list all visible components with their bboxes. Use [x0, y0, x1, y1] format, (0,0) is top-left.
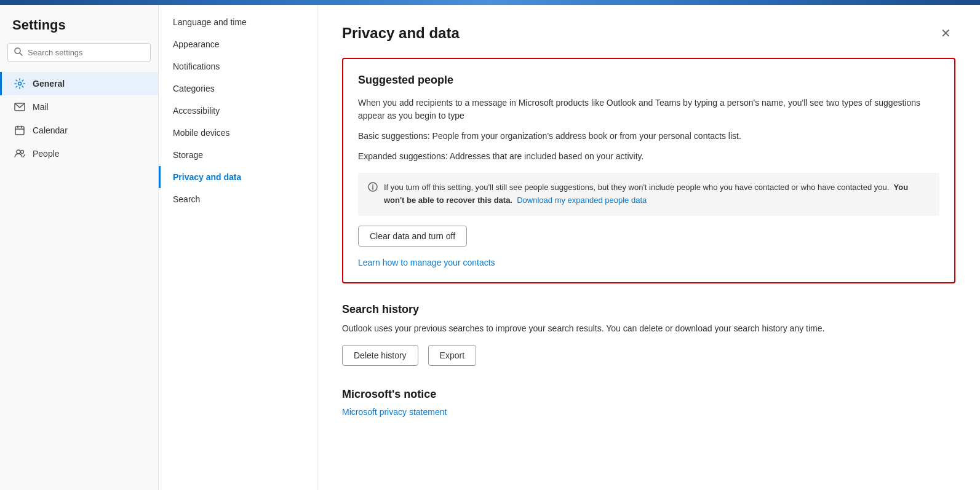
sub-nav: Language and time Appearance Notificatio… [159, 5, 317, 490]
learn-contacts-link[interactable]: Learn how to manage your contacts [358, 258, 495, 267]
page-title: Privacy and data [342, 25, 460, 42]
svg-point-12 [372, 184, 373, 186]
sidebar-item-people-label: People [33, 149, 60, 159]
download-expanded-data-link[interactable]: Download my expanded people data [517, 196, 647, 205]
search-box[interactable] [7, 43, 151, 62]
suggested-people-desc1: When you add recipients to a message in … [358, 97, 939, 122]
sidebar: Settings General [0, 5, 159, 490]
sidebar-title: Settings [0, 17, 158, 43]
mail-icon [14, 101, 25, 113]
svg-point-8 [17, 150, 20, 154]
suggested-people-desc3: Expanded suggestions: Addresses that are… [358, 150, 939, 163]
people-icon [14, 148, 25, 159]
privacy-statement-link[interactable]: Microsoft privacy statement [342, 407, 447, 417]
close-button[interactable]: ✕ [936, 23, 955, 43]
sidebar-item-general[interactable]: General [0, 72, 158, 95]
calendar-icon [14, 125, 25, 136]
subnav-categories[interactable]: Categories [159, 77, 317, 100]
subnav-mobile[interactable]: Mobile devices [159, 122, 317, 144]
subnav-accessibility[interactable]: Accessibility [159, 100, 317, 122]
microsoft-notice-title: Microsoft's notice [342, 388, 955, 401]
svg-rect-4 [15, 127, 24, 135]
microsoft-notice-section: Microsoft's notice Microsoft privacy sta… [342, 388, 955, 417]
export-button[interactable]: Export [428, 345, 476, 366]
main-content: Privacy and data ✕ Suggested people When… [317, 5, 980, 490]
app-container: Settings General [0, 0, 980, 490]
suggested-people-desc2: Basic suggestions: People from your orga… [358, 130, 939, 143]
sidebar-item-calendar-label: Calendar [33, 125, 68, 135]
subnav-notifications[interactable]: Notifications [159, 55, 317, 77]
search-icon [14, 47, 23, 58]
sidebar-item-mail[interactable]: Mail [0, 95, 158, 119]
sidebar-item-general-label: General [33, 79, 65, 89]
info-icon [368, 182, 378, 194]
sidebar-item-calendar[interactable]: Calendar [0, 119, 158, 142]
search-history-buttons: Delete history Export [342, 345, 955, 368]
suggested-people-title: Suggested people [358, 74, 939, 87]
sidebar-item-people[interactable]: People [0, 142, 158, 165]
search-history-section: Search history Outlook uses your previou… [342, 303, 955, 368]
subnav-search[interactable]: Search [159, 188, 317, 210]
svg-point-9 [21, 151, 24, 154]
sidebar-item-mail-label: Mail [33, 102, 49, 112]
svg-line-1 [20, 53, 22, 55]
subnav-privacy[interactable]: Privacy and data [159, 166, 317, 188]
clear-data-button[interactable]: Clear data and turn off [358, 226, 467, 247]
gear-icon [14, 78, 25, 89]
page-header: Privacy and data ✕ [342, 23, 955, 43]
delete-history-button[interactable]: Delete history [342, 345, 418, 366]
search-history-title: Search history [342, 303, 955, 316]
search-input[interactable] [28, 48, 144, 57]
search-history-desc: Outlook uses your previous searches to i… [342, 322, 955, 335]
info-box: If you turn off this setting, you'll sti… [358, 173, 939, 216]
suggested-people-section: Suggested people When you add recipients… [342, 58, 955, 283]
subnav-appearance[interactable]: Appearance [159, 33, 317, 55]
subnav-storage[interactable]: Storage [159, 144, 317, 166]
main-layout: Settings General [0, 5, 980, 490]
subnav-language[interactable]: Language and time [159, 11, 317, 33]
svg-point-2 [18, 82, 22, 85]
info-box-text: If you turn off this setting, you'll sti… [384, 181, 930, 207]
title-bar [0, 0, 980, 5]
